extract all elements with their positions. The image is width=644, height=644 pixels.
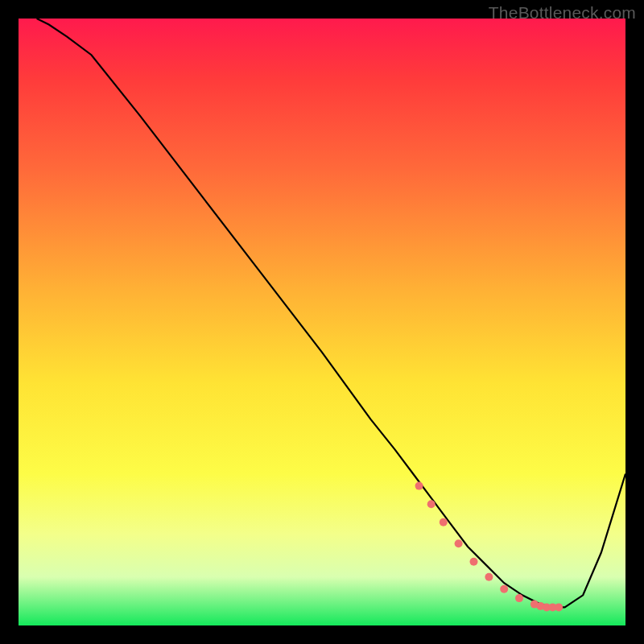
bottleneck-curve — [37, 19, 625, 607]
highlight-dot — [536, 602, 544, 610]
watermark-text: TheBottleneck.com — [489, 3, 636, 23]
chart-svg — [19, 19, 625, 625]
highlight-dot — [515, 594, 523, 602]
highlight-dot — [470, 558, 478, 566]
highlight-dot — [415, 482, 423, 490]
highlight-dot — [530, 601, 539, 609]
chart-plot-area — [19, 19, 625, 625]
highlight-dot — [427, 500, 436, 508]
highlight-dot — [500, 585, 508, 593]
highlight-dot — [555, 603, 563, 611]
highlight-dots — [415, 482, 564, 612]
highlight-dot — [549, 603, 557, 611]
highlight-dot — [455, 539, 463, 547]
highlight-dot — [485, 573, 493, 581]
highlight-dot — [543, 603, 551, 611]
highlight-dot — [440, 518, 448, 526]
